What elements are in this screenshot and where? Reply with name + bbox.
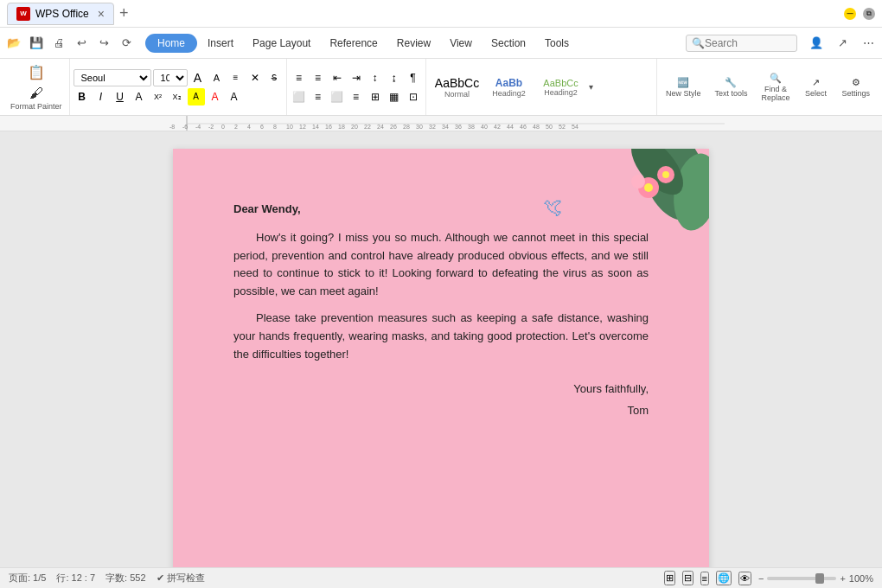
align-right-button[interactable]: ⬜ [329, 88, 346, 105]
tab-page-layout[interactable]: Page Layout [244, 34, 319, 53]
bold-button[interactable]: B [74, 88, 91, 105]
superscript-button[interactable]: X² [150, 88, 167, 105]
svg-text:32: 32 [429, 124, 436, 130]
new-style-button[interactable]: 🆕 New Style [661, 74, 706, 101]
bird-decoration-top: 🕊 [543, 196, 562, 219]
highlight-button[interactable]: A [188, 88, 205, 105]
undo-button[interactable]: ↩ [71, 33, 92, 54]
strikethrough-button[interactable]: S̶ [265, 69, 283, 86]
redo-button[interactable]: ↪ [93, 33, 114, 54]
border-button[interactable]: ⊡ [405, 88, 422, 105]
tab-section[interactable]: Section [483, 34, 534, 53]
globe-button[interactable]: 🌐 [716, 571, 732, 585]
layout-button[interactable]: ≡ [700, 572, 709, 585]
font-color-button[interactable]: A [131, 88, 148, 105]
zoom-thumb[interactable] [815, 573, 824, 584]
shading-button[interactable]: ▦ [386, 88, 403, 105]
tab-tools[interactable]: Tools [536, 34, 578, 53]
style-normal[interactable]: AaBbCc Normal [433, 65, 482, 110]
text-tools-button[interactable]: 🔧 Text tools [709, 74, 752, 101]
align-left-button[interactable]: ⬜ [291, 88, 308, 105]
paragraph-2: Please take prevention measures such as … [233, 310, 649, 363]
font-name-select[interactable]: Seoul [74, 69, 151, 86]
show-marks-button[interactable]: ¶ [405, 69, 422, 86]
search-box[interactable]: 🔍 [686, 35, 797, 52]
unordered-list-button[interactable]: ≡ [291, 69, 308, 86]
new-style-icon: 🆕 [677, 77, 689, 88]
open-button[interactable]: 📂 [3, 33, 24, 54]
line-spacing-button[interactable]: ↨ [386, 69, 403, 86]
svg-text:0: 0 [221, 124, 225, 130]
svg-text:12: 12 [299, 124, 306, 130]
zoom-minus-button[interactable]: − [758, 573, 764, 584]
zoom-slider[interactable] [767, 577, 836, 580]
tab-close-button[interactable]: × [98, 7, 105, 21]
signature-text: Tom [233, 402, 649, 420]
find-replace-button[interactable]: 🔍 Find & Replace [756, 69, 795, 105]
save-button[interactable]: 💾 [26, 33, 47, 54]
underline-button[interactable]: U [112, 88, 129, 105]
svg-text:-8: -8 [169, 124, 175, 130]
print-button[interactable]: 🖨 [48, 33, 69, 54]
tab-review[interactable]: Review [388, 34, 439, 53]
pinyin-button[interactable]: ≡ [227, 69, 245, 86]
tab-reference[interactable]: Reference [321, 34, 386, 53]
repeat-button[interactable]: ⟳ [116, 33, 137, 54]
paste-button[interactable]: 📋 [24, 62, 48, 82]
svg-text:40: 40 [481, 124, 488, 130]
subscript-button[interactable]: X₂ [169, 88, 186, 105]
clear-format-button[interactable]: ✕ [246, 69, 264, 86]
font-size-increase-button[interactable]: A [189, 69, 207, 86]
sort-button[interactable]: ↕ [367, 69, 384, 86]
fit-page-button[interactable]: ⊞ [664, 571, 675, 585]
spell-check-button[interactable]: ✔ 拼写检查 [157, 572, 205, 585]
svg-text:50: 50 [546, 124, 553, 130]
style-heading1[interactable]: AaBb Heading2 [485, 65, 534, 110]
eye-button[interactable]: 👁 [738, 572, 751, 585]
minimize-button[interactable]: ─ [844, 8, 856, 20]
zoom-level: 100% [849, 573, 873, 584]
document-area[interactable]: 🕊 🕊 [0, 131, 882, 567]
align-center-button[interactable]: ≡ [310, 88, 327, 105]
font-size-decrease-button[interactable]: A [208, 69, 226, 86]
svg-text:48: 48 [533, 124, 540, 130]
tab-view[interactable]: View [441, 34, 481, 53]
restore-button[interactable]: ⧉ [863, 8, 875, 20]
share-icon[interactable]: ↗ [832, 33, 853, 54]
italic-button[interactable]: I [93, 88, 110, 105]
svg-text:6: 6 [260, 124, 264, 130]
style-heading2[interactable]: AaBbCc Heading2 [537, 65, 585, 110]
svg-text:34: 34 [442, 124, 449, 130]
columns-button[interactable]: ⊞ [367, 88, 384, 105]
font-size-select[interactable]: 10 [153, 69, 188, 86]
paragraph-group: ≡ ≡ ⇤ ⇥ ↕ ↨ ¶ ⬜ ≡ ⬜ ≡ ⊞ ▦ ⊡ [287, 59, 426, 115]
styles-dropdown-button[interactable]: ▾ [589, 82, 593, 92]
paste-icon: 📋 [28, 64, 45, 80]
search-input[interactable] [705, 37, 791, 49]
tab-home[interactable]: Home [145, 34, 197, 53]
search-icon: 🔍 [692, 37, 705, 49]
svg-text:14: 14 [312, 124, 319, 130]
outdent-button[interactable]: ⇤ [329, 69, 346, 86]
svg-text:2: 2 [234, 124, 238, 130]
format-painter-label: Format Painter [10, 102, 62, 111]
align-justify-button[interactable]: ≡ [348, 88, 365, 105]
settings-button[interactable]: ⚙ Settings [836, 74, 875, 101]
select-button[interactable]: ↗ Select [798, 74, 833, 101]
zoom-plus-button[interactable]: + [840, 573, 845, 584]
svg-text:26: 26 [390, 124, 397, 130]
app-tab[interactable]: W WPS Office × [7, 3, 114, 25]
more-icon[interactable]: ⋯ [858, 33, 879, 54]
indent-button[interactable]: ⇥ [348, 69, 365, 86]
new-tab-button[interactable]: + [119, 4, 129, 22]
format-painter-button[interactable]: 🖌 Format Painter [7, 84, 66, 112]
ordered-list-button[interactable]: ≡ [310, 69, 327, 86]
multipage-button[interactable]: ⊟ [682, 571, 693, 585]
select-icon: ↗ [812, 77, 820, 88]
style-normal-preview: AaBbCc [435, 76, 479, 90]
font-color2-button[interactable]: A [207, 88, 224, 105]
account-icon[interactable]: 👤 [806, 33, 827, 54]
spell-check-label: 拼写检查 [167, 572, 205, 583]
char-shading-button[interactable]: A [226, 88, 243, 105]
tab-insert[interactable]: Insert [199, 34, 242, 53]
